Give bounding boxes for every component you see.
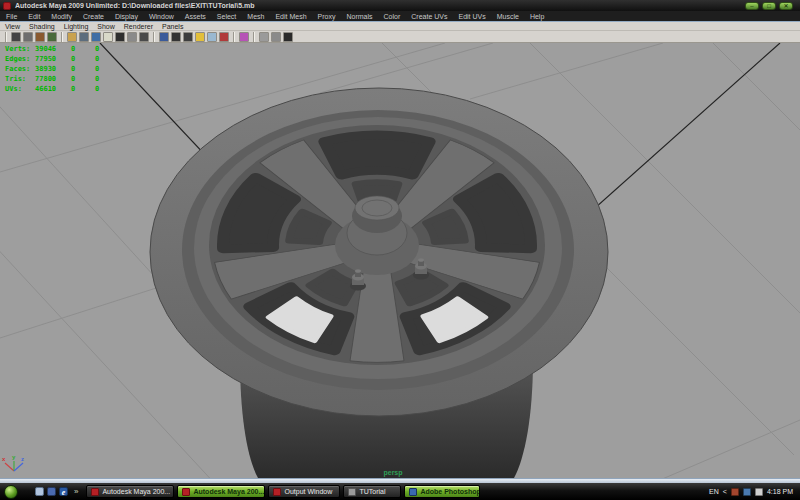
hypergraph-icon[interactable] [283,32,293,42]
toolbar-separator [233,32,235,42]
volume-icon[interactable] [755,488,763,496]
menu-edit-uvs[interactable]: Edit UVs [458,13,485,20]
taskbar-button-output-window[interactable]: Output Window [268,485,340,498]
render-current-frame-icon[interactable] [171,32,181,42]
toolbar-separator [253,32,255,42]
close-button[interactable]: ✕ [779,2,793,10]
window-title: Autodesk Maya 2009 Unlimited: D:\Downloa… [15,0,254,11]
start-button[interactable] [4,485,18,499]
menu-display[interactable]: Display [115,13,138,20]
render-view-icon[interactable] [159,32,169,42]
render-globals-icon[interactable] [219,32,229,42]
render-settings-icon[interactable] [195,32,205,42]
snap-surface-icon[interactable] [115,32,125,42]
panel-menu-shading[interactable]: Shading [29,23,55,30]
minimize-button[interactable]: – [745,2,759,10]
menu-muscle[interactable]: Muscle [497,13,519,20]
internet-explorer-icon[interactable]: e [59,487,68,496]
language-indicator[interactable]: EN [709,488,719,495]
photoshop-icon [409,488,417,496]
taskbar: e » Autodesk Maya 200... Autodesk Maya 2… [0,483,800,500]
show-desktop-icon[interactable] [35,487,44,496]
layout-four-pane-icon[interactable] [271,32,281,42]
panel-menu-renderer[interactable]: Renderer [124,23,153,30]
menu-create[interactable]: Create [83,13,104,20]
panel-menu-view[interactable]: View [5,23,20,30]
snap-point-icon[interactable] [91,32,101,42]
paint-select-tool-icon[interactable] [35,32,45,42]
axis-z-label: z [21,456,24,462]
menu-color[interactable]: Color [384,13,401,20]
menu-assets[interactable]: Assets [185,13,206,20]
menu-select[interactable]: Select [217,13,236,20]
hud-label: Verts: [5,44,35,54]
snap-grid-icon[interactable] [67,32,77,42]
clock[interactable]: 4:18 PM [767,488,793,495]
menu-proxy[interactable]: Proxy [318,13,336,20]
taskbar-button-photoshop[interactable]: Adobe Photoshop [404,485,480,498]
hud-label: Edges: [5,54,35,64]
menu-bar: File Edit Modify Create Display Window A… [0,11,800,22]
snap-curve-icon[interactable] [79,32,89,42]
panel-menu-lighting[interactable]: Lighting [64,23,89,30]
menu-edit-mesh[interactable]: Edit Mesh [275,13,306,20]
hud-label: Tris: [5,74,35,84]
input-connections-icon[interactable] [127,32,137,42]
output-window-icon [273,488,281,496]
layout-single-pane-icon[interactable] [259,32,269,42]
panel-toolbar [0,31,800,43]
title-bar: Autodesk Maya 2009 Unlimited: D:\Downloa… [0,0,800,11]
menu-window[interactable]: Window [149,13,174,20]
camera-label: persp [383,469,402,477]
snap-view-icon[interactable] [103,32,113,42]
menu-mesh[interactable]: Mesh [247,13,264,20]
quick-launch-overflow-chevron[interactable]: » [74,487,78,496]
menu-modify[interactable]: Modify [51,13,72,20]
lasso-tool-icon[interactable] [23,32,33,42]
menu-create-uvs[interactable]: Create UVs [411,13,447,20]
panel-menu-panels[interactable]: Panels [162,23,183,30]
panel-menu-bar: View Shading Lighting Show Renderer Pane… [0,22,800,31]
taskbar-button-maya-2[interactable]: Autodesk Maya 200... [177,485,265,498]
toolbar-separator [5,32,7,42]
maya-application-window: Autodesk Maya 2009 Unlimited: D:\Downloa… [0,0,800,500]
folder-icon [348,488,356,496]
maya-icon [182,488,190,496]
taskbar-button-maya-1[interactable]: Autodesk Maya 200... [86,485,174,498]
hub-cap [347,196,407,255]
media-player-icon[interactable] [47,487,56,496]
wireframe-cube-icon[interactable] [239,32,249,42]
maya-icon [91,488,99,496]
paint-effects-icon[interactable] [207,32,217,42]
taskbar-button-tutorial[interactable]: TUTorial [343,485,401,498]
menu-file[interactable]: File [6,13,17,20]
move-tool-icon[interactable] [47,32,57,42]
user-status-icon[interactable] [731,488,739,496]
toolbar-separator [61,32,63,42]
network-icon[interactable] [743,488,751,496]
maximize-button[interactable]: □ [762,2,776,10]
tray-collapse-chevron[interactable]: < [723,488,727,495]
toolbar-separator [153,32,155,42]
ipr-render-icon[interactable] [183,32,193,42]
maya-app-icon [3,2,11,10]
perspective-viewport[interactable]: persp x y z Verts:3904600 Edges:7795000 … [0,43,800,478]
panel-menu-show[interactable]: Show [97,23,115,30]
hud-label: UVs: [5,84,35,94]
hud-label: Faces: [5,64,35,74]
output-connections-icon[interactable] [139,32,149,42]
menu-help[interactable]: Help [530,13,544,20]
select-tool-icon[interactable] [11,32,21,42]
menu-normals[interactable]: Normals [346,13,372,20]
system-tray: EN < 4:18 PM [709,488,796,496]
viewport-canvas: persp x y z [0,43,800,478]
menu-edit[interactable]: Edit [28,13,40,20]
hud-poly-count: Verts:3904600 Edges:7795000 Faces:389300… [5,44,107,94]
